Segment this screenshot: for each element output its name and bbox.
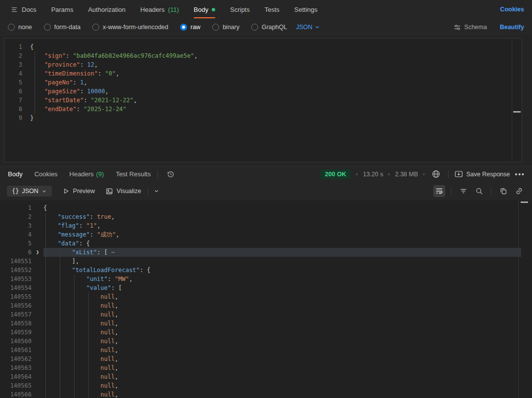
code-line: 4 "message": "成功", (3, 230, 532, 239)
preview-button[interactable]: Preview (63, 188, 95, 195)
radio-raw[interactable]: raw (180, 24, 200, 31)
code-text: null, (43, 328, 532, 337)
code-line: 140556 null, (3, 301, 532, 310)
scrollbar-thumb[interactable] (513, 111, 521, 113)
code-line: 8 "endDate": "2025-12-24" (4, 105, 522, 114)
indent-guide (74, 275, 75, 398)
response-size: 2.38 MB (395, 171, 418, 178)
save-response-button[interactable]: Save Response (455, 170, 510, 178)
fold-gutter (32, 203, 43, 212)
code-text: null, (43, 292, 532, 301)
code-text: null, (43, 310, 532, 319)
code-text: { (43, 203, 532, 212)
code-line: 5 "data": { (3, 239, 532, 248)
scrollbar-thumb[interactable] (521, 201, 528, 203)
code-text: { (30, 42, 522, 51)
divider (448, 170, 449, 178)
radio-label: x-www-form-urlencoded (103, 24, 168, 31)
request-body-editor[interactable]: 1{2 "sign": "bab04fa6b82e4966ac976cafc49… (4, 38, 522, 162)
code-text: "startDate": "2021-12-22", (30, 96, 522, 105)
code-line: 9} (4, 114, 522, 122)
code-line: 7 "startDate": "2021-12-22", (4, 96, 522, 105)
code-text: null, (43, 337, 532, 346)
response-body-viewer[interactable]: 1{2 "success": true,3 "flag": "1",4 "mes… (0, 200, 532, 398)
code-text: ], (43, 257, 532, 266)
filter-button[interactable] (457, 185, 469, 197)
code-line: 6❯ "xList": [ ⋯ (3, 248, 532, 257)
save-response-label: Save Response (466, 171, 510, 178)
search-button[interactable] (473, 185, 485, 197)
tab-label: Settings (294, 6, 317, 13)
language-dropdown[interactable]: JSON (296, 24, 320, 31)
code-text: "unit": "MW", (43, 275, 532, 283)
format-dropdown[interactable]: {} JSON (7, 186, 52, 197)
tab-label: Cookies (35, 170, 58, 178)
copy-icon (499, 187, 507, 195)
tab-tests[interactable]: Tests (265, 0, 279, 19)
request-editor-scrollbar[interactable] (512, 39, 522, 162)
more-options-button[interactable]: ••• (515, 170, 525, 178)
more-views-dropdown[interactable] (152, 186, 161, 196)
fold-gutter (32, 372, 43, 381)
tab-headers[interactable]: Headers(11) (140, 0, 179, 19)
code-text: "flag": "1", (43, 221, 532, 230)
history-button[interactable] (165, 168, 177, 180)
tab-settings[interactable]: Settings (294, 0, 317, 19)
radio-graphql[interactable]: GraphQL (251, 24, 287, 31)
tab-docs[interactable]: Docs (11, 0, 37, 19)
wrap-text-button[interactable] (433, 185, 445, 197)
radio-none[interactable]: none (8, 24, 32, 31)
response-tab-body[interactable]: Body (8, 170, 23, 178)
response-tab-headers[interactable]: Headers(9) (70, 170, 104, 178)
code-line: 140564 null, (3, 372, 532, 381)
preview-label: Preview (73, 188, 95, 195)
network-info-button[interactable] (430, 168, 442, 180)
radio-form-data[interactable]: form-data (44, 24, 81, 31)
copy-button[interactable] (497, 185, 509, 197)
tab-label: Params (51, 6, 74, 13)
fold-gutter (32, 292, 43, 301)
indent-guide (45, 212, 46, 398)
visualize-button[interactable]: Visualize (106, 188, 141, 195)
link-button[interactable] (513, 185, 525, 197)
tab-label: Body (8, 170, 23, 178)
tab-authorization[interactable]: Authorization (88, 0, 125, 19)
line-number: 5 (4, 78, 22, 87)
line-number: 140559 (3, 328, 32, 337)
code-text: "timeDimension": "0", (30, 69, 522, 78)
fold-gutter (32, 328, 43, 337)
schema-button[interactable]: Schema (454, 24, 487, 31)
fold-gutter (32, 230, 43, 239)
response-tab-cookies[interactable]: Cookies (35, 170, 58, 178)
tab-bar-spacer (317, 0, 500, 19)
cookies-link[interactable]: Cookies (500, 0, 524, 19)
history-icon (167, 170, 175, 178)
tab-scripts[interactable]: Scripts (230, 0, 250, 19)
wrap-text-icon (435, 187, 443, 195)
line-number: 140552 (3, 266, 32, 275)
body-type-radios: noneform-datax-www-form-urlencodedrawbin… (8, 24, 287, 31)
line-number: 2 (3, 212, 32, 221)
line-number: 7 (4, 96, 22, 105)
response-tab-test-results[interactable]: Test Results (116, 170, 151, 178)
code-line: 2 "sign": "bab04fa6b82e4966ac976cafc499a… (4, 51, 522, 60)
beautify-button[interactable]: Beautify (500, 24, 524, 31)
fold-toggle-icon[interactable]: ❯ (32, 248, 43, 257)
tab-body[interactable]: Body (194, 0, 216, 19)
code-line: 140563 null, (3, 363, 532, 372)
fold-gutter (32, 355, 43, 363)
code-line: 3 "flag": "1", (3, 221, 532, 230)
code-line: 140558 null, (3, 319, 532, 328)
line-number: 8 (4, 105, 22, 114)
code-line: 140552 "totalLoadForecast": { (3, 266, 532, 275)
tab-params[interactable]: Params (51, 0, 74, 19)
separator-dot (388, 173, 390, 175)
request-tabs: DocsParamsAuthorizationHeaders(11)BodySc… (11, 0, 317, 19)
visualize-label: Visualize (116, 188, 141, 195)
radio-x-www-form-urlencoded[interactable]: x-www-form-urlencoded (92, 24, 168, 31)
filter-icon (459, 187, 467, 195)
code-text: null, (43, 346, 532, 355)
code-text: null, (43, 319, 532, 328)
radio-binary[interactable]: binary (212, 24, 239, 31)
fold-gutter (32, 337, 43, 346)
